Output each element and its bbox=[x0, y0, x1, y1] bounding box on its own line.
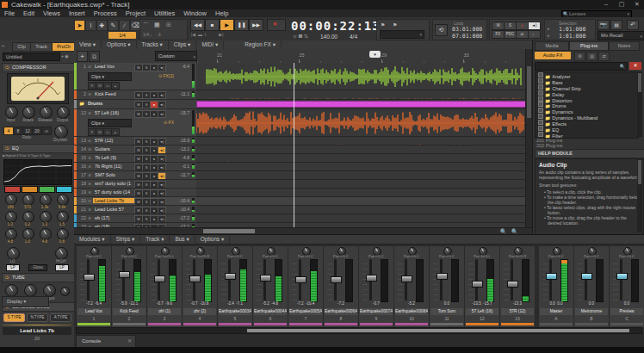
clip-lane-2[interactable] bbox=[196, 90, 525, 100]
knob-knob[interactable] bbox=[5, 228, 17, 240]
metronome-button[interactable]: ♩ bbox=[528, 30, 541, 39]
track-name[interactable]: Lead Vox bbox=[95, 64, 133, 69]
clip-lane-13[interactable] bbox=[196, 137, 525, 146]
knob-knob[interactable] bbox=[40, 211, 52, 223]
pdc-button[interactable]: PDC bbox=[504, 30, 517, 39]
input-echo-button[interactable]: ◄) bbox=[158, 155, 166, 163]
audio-clip[interactable] bbox=[196, 110, 525, 135]
plugin-folder-eq[interactable]: 📁EQ bbox=[536, 126, 638, 132]
scroll-thumb[interactable] bbox=[247, 329, 629, 332]
input-echo-button[interactable]: ◄) bbox=[158, 207, 166, 214]
track-row-drums[interactable]: 📁DrumsMS●◄) bbox=[74, 100, 196, 109]
volume-fader[interactable] bbox=[366, 275, 377, 282]
clip-lane-21[interactable] bbox=[196, 206, 525, 214]
clear-search-button[interactable]: ✕ bbox=[629, 62, 641, 70]
zoom-in-icon[interactable]: 🔍 bbox=[511, 228, 518, 234]
selection-end-time[interactable]: 1:01:000 bbox=[559, 33, 585, 40]
clips-dropdown[interactable]: Clips ▾ bbox=[88, 119, 132, 127]
clip-lane-14[interactable] bbox=[196, 146, 525, 154]
eq-band-lo-button[interactable] bbox=[4, 186, 21, 193]
automation-▴-button[interactable]: ▴ bbox=[111, 128, 120, 136]
transport-sub-icons[interactable]: |◀ ▬ Ι ▶| bbox=[191, 32, 224, 37]
track-name[interactable]: 7b Left (9) bbox=[95, 155, 133, 160]
plugin-folder-distortion[interactable]: 📁Distortion bbox=[536, 96, 638, 102]
input-echo-button[interactable]: ◄) bbox=[158, 64, 166, 71]
trackview-menu-midi[interactable]: MIDI ▾ bbox=[196, 40, 224, 49]
minimize-button[interactable]: – bbox=[599, 0, 613, 9]
console-menu-bus[interactable]: Bus ▾ bbox=[170, 235, 195, 244]
global-solo-button[interactable]: S bbox=[504, 22, 517, 30]
menu-help[interactable]: Help bbox=[211, 9, 232, 17]
console-strip-lead-vox[interactable]: Pan 0% C-7.2 -6.4Lead Vox1 bbox=[76, 245, 112, 328]
input-echo-button[interactable]: ◄) bbox=[158, 101, 166, 108]
attack-knob[interactable] bbox=[22, 106, 35, 119]
trackview-menu-region-fx[interactable]: Region FX ▾ bbox=[239, 40, 282, 49]
volume-fader[interactable] bbox=[437, 273, 448, 280]
trackview-menu-options[interactable]: Options ▾ bbox=[102, 40, 136, 49]
clip-lane-20[interactable] bbox=[196, 197, 525, 206]
console-scrollbar[interactable] bbox=[76, 327, 642, 334]
plugin-folder-drums[interactable]: 📁Drums bbox=[536, 102, 638, 108]
track-volume-db[interactable]: -10.4 bbox=[180, 207, 189, 212]
preset-save-icons[interactable]: + ◉ bbox=[61, 53, 69, 59]
audio-clip[interactable] bbox=[377, 207, 433, 213]
gloss-button[interactable]: Gloss bbox=[28, 264, 47, 271]
clips-dropdown[interactable]: Clips ▾ bbox=[88, 72, 132, 81]
release-knob[interactable] bbox=[40, 106, 53, 119]
strip-name[interactable]: Master bbox=[540, 308, 573, 315]
track-row-1[interactable]: 1≋Lead VoxMS●◄)-6.4Clips ▾⊙ FX(2)RW▭▴ bbox=[74, 63, 196, 90]
menu-process[interactable]: Process bbox=[90, 9, 121, 17]
track-row-20[interactable]: 20≋Lead Licks 7bMS●◄)-10.4 bbox=[74, 197, 196, 206]
strip-name[interactable]: Earthquake0004Audio bbox=[254, 308, 287, 315]
volume-fader[interactable] bbox=[581, 273, 592, 280]
console-strip-kick-feed[interactable]: Pan 0% C-5.9 -12.1Kick Feed2 bbox=[111, 245, 147, 328]
plugin-folder-delay[interactable]: 📁Delay bbox=[536, 90, 638, 96]
input-knob[interactable] bbox=[5, 106, 18, 119]
track-name[interactable]: 57 Left (16) bbox=[95, 110, 133, 115]
checkbox[interactable] bbox=[538, 108, 543, 113]
emu-n-type-button[interactable]: N TYPE bbox=[27, 313, 48, 322]
track-volume-db[interactable]: -4.8 bbox=[182, 155, 189, 160]
input-echo-button[interactable]: ◄) bbox=[158, 146, 166, 154]
volume-fader[interactable] bbox=[225, 273, 236, 280]
audio-clip[interactable] bbox=[196, 91, 525, 98]
track-volume-db[interactable]: -15.9 bbox=[180, 138, 189, 143]
clip-lane-15[interactable] bbox=[196, 154, 525, 163]
rewind-button[interactable]: ◀◀ bbox=[190, 19, 205, 31]
plugin-folder-channel-strip[interactable]: 📁Channel Strip bbox=[536, 84, 638, 90]
plugin-folder-dynamics[interactable]: 📁Dynamics bbox=[536, 108, 638, 114]
knob-knob[interactable] bbox=[57, 194, 69, 206]
volume-fader[interactable] bbox=[154, 276, 165, 282]
checkbox[interactable] bbox=[538, 126, 543, 131]
play-button[interactable]: ▶ bbox=[220, 19, 234, 31]
volume-fader[interactable] bbox=[546, 273, 557, 280]
close-icon[interactable]: ✕ bbox=[127, 336, 132, 347]
fx-bypass-button[interactable]: FX bbox=[492, 30, 505, 39]
lo-lp-button[interactable]: LP bbox=[6, 264, 20, 271]
console-strip-earthquake0003audio[interactable]: Pan 0% C-2.4 -7.1Earthquake0003Audio5 bbox=[217, 245, 253, 328]
strip-name[interactable]: Earthquake0005Audio bbox=[289, 308, 322, 315]
volume-fader[interactable] bbox=[84, 274, 95, 281]
audio-clip[interactable] bbox=[259, 207, 319, 213]
knob-knob[interactable] bbox=[40, 228, 52, 240]
track-row-17[interactable]: 17≋SM7 SoloMS●◄)-11.7 bbox=[74, 171, 196, 180]
track-name[interactable]: 57R (12) bbox=[95, 138, 133, 143]
browser-rescan-icon[interactable]: ⇄ bbox=[598, 52, 610, 61]
checkbox[interactable] bbox=[538, 78, 543, 84]
console-menu-modules[interactable]: Modules ▾ bbox=[74, 235, 111, 244]
move-tool[interactable]: ✚ bbox=[96, 20, 108, 31]
audio-clip[interactable] bbox=[196, 181, 525, 187]
inspector-header-icons[interactable]: ▪▪ bbox=[2, 43, 5, 48]
emu-s-type-button[interactable]: S TYPE bbox=[3, 313, 25, 322]
strip-name[interactable]: 57 Left (16) bbox=[466, 308, 498, 315]
output-knob[interactable] bbox=[43, 284, 56, 297]
draw-tool[interactable]: ∕ bbox=[119, 20, 130, 31]
zoom-out-icon[interactable]: 🔍 bbox=[500, 228, 507, 234]
record-button[interactable]: ● bbox=[267, 19, 286, 31]
stop-button[interactable]: ■ bbox=[205, 19, 220, 31]
menu-file[interactable]: File bbox=[0, 9, 19, 17]
input-echo-button[interactable]: ◄) bbox=[158, 110, 166, 118]
track-name[interactable]: Drums bbox=[88, 101, 126, 106]
menu-project[interactable]: Project bbox=[121, 9, 150, 17]
scroll-thumb[interactable] bbox=[638, 160, 641, 184]
